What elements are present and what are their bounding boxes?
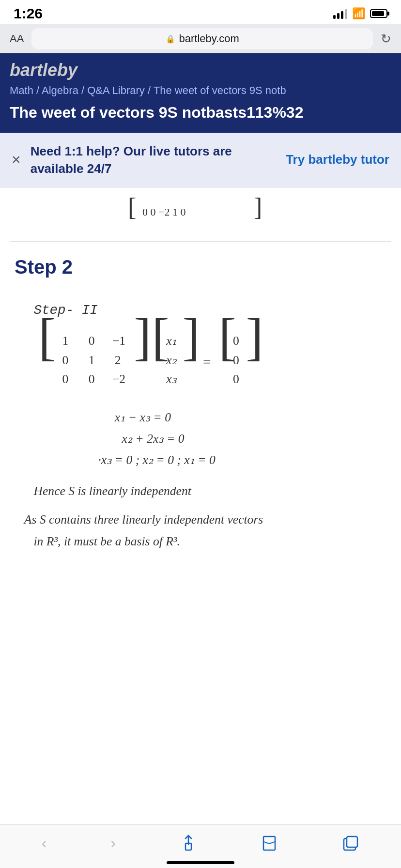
home-indicator (167, 861, 234, 864)
url-text: bartleby.com (179, 32, 239, 45)
svg-text:x₁: x₁ (166, 334, 177, 348)
svg-text:0: 0 (62, 372, 69, 387)
status-time: 1:26 (14, 5, 43, 22)
try-bartleby-link[interactable]: Try bartleby tutor (286, 152, 389, 168)
svg-text:1: 1 (89, 353, 95, 367)
breadcrumb: Math / Algebra / Q&A Library / The weet … (10, 84, 391, 97)
close-button[interactable]: × (12, 151, 21, 169)
svg-text:2: 2 (115, 353, 121, 367)
wifi-icon: 📶 (352, 7, 365, 20)
svg-text:0: 0 (89, 334, 95, 348)
svg-text:·x₃ = 0 ;  x₂ = 0 ;  x₁ = 0: ·x₃ = 0 ; x₂ = 0 ; x₁ = 0 (98, 453, 216, 467)
share-icon (180, 835, 197, 852)
site-logo: bartleby (10, 60, 391, 80)
page-title: The weet of vectors 9S notbasts113%32 (10, 103, 391, 123)
svg-text:Hence  S  is  linearly  indepe: Hence S is linearly independent (33, 484, 192, 498)
status-bar: 1:26 📶 (0, 0, 401, 24)
math-content-svg: Step- II [ 1 0 −1 0 1 2 0 0 −2 (19, 297, 382, 688)
bookmarks-icon (261, 835, 278, 852)
signal-icon (333, 8, 347, 19)
matrix-top-svg: [ 0 0 −2 1 0 ] (123, 196, 278, 225)
svg-text:[: [ (38, 308, 56, 366)
site-header: bartleby Math / Algebra / Q&A Library / … (0, 53, 401, 133)
svg-text:x₂ + 2x₃ = 0: x₂ + 2x₃ = 0 (122, 432, 185, 446)
forward-button[interactable]: › (101, 830, 125, 856)
tutor-banner: × Need 1:1 help? Our live tutors are ava… (0, 133, 401, 188)
svg-text:0: 0 (89, 372, 95, 387)
tabs-icon (342, 835, 359, 852)
handwritten-area: Step- II [ 1 0 −1 0 1 2 0 0 −2 (15, 293, 386, 695)
svg-text:0: 0 (62, 353, 69, 367)
svg-text:x₁ − x₃ = 0: x₁ − x₃ = 0 (114, 410, 171, 424)
status-icons: 📶 (333, 7, 387, 20)
aa-button[interactable]: AA (10, 32, 24, 45)
content-area: [ 0 0 −2 1 0 ] Step 2 Step- II [ 1 (0, 187, 401, 710)
back-button[interactable]: ‹ (32, 830, 57, 856)
lock-icon: 🔒 (166, 34, 175, 44)
svg-text:0: 0 (233, 353, 239, 367)
step-section: Step 2 Step- II [ 1 0 −1 0 1 2 (0, 242, 401, 710)
url-bar[interactable]: 🔒 bartleby.com (31, 28, 373, 49)
svg-text:in  R³,  it  must  be  a  basi: in R³, it must be a basis of R³. (34, 534, 180, 548)
svg-text:0: 0 (233, 334, 239, 348)
svg-text:]: ] (134, 308, 151, 366)
svg-text:]: ] (183, 308, 200, 366)
svg-text:−2: −2 (112, 372, 125, 387)
svg-text:[: [ (128, 196, 136, 221)
svg-text:x₂: x₂ (166, 353, 177, 367)
svg-text:1: 1 (62, 334, 69, 348)
svg-text:−1: −1 (112, 334, 125, 348)
matrix-top: [ 0 0 −2 1 0 ] (0, 187, 401, 241)
tabs-button[interactable] (332, 831, 369, 856)
share-button[interactable] (170, 831, 207, 856)
bookmarks-button[interactable] (251, 831, 288, 856)
svg-text:=: = (203, 354, 211, 370)
tutor-text: Need 1:1 help? Our live tutors are avail… (31, 142, 276, 178)
svg-text:]: ] (254, 196, 262, 221)
refresh-icon[interactable]: ↻ (381, 31, 391, 46)
svg-text:0   0   −2  1  0: 0 0 −2 1 0 (142, 206, 185, 218)
svg-text:0: 0 (233, 372, 239, 387)
svg-rect-35 (347, 837, 357, 847)
browser-bar: AA 🔒 bartleby.com ↻ (0, 24, 401, 53)
svg-text:]: ] (246, 308, 263, 366)
svg-text:x₃: x₃ (166, 372, 177, 387)
step-title: Step 2 (15, 256, 386, 278)
battery-icon (370, 9, 387, 18)
svg-text:As  S  contains  three  linear: As S contains three linearly independent… (23, 513, 263, 527)
